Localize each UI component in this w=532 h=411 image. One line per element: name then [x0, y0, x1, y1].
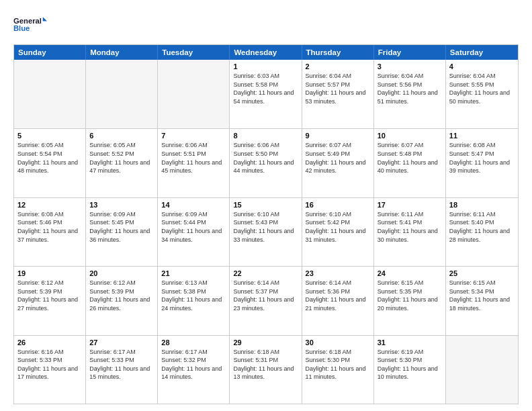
- day-number: 10: [378, 132, 442, 140]
- day-number: 7: [161, 132, 226, 140]
- day-number: 15: [233, 201, 298, 209]
- day-10: 10 Sunrise: 6:07 AMSunset: 5:48 PMDaylig…: [374, 129, 446, 197]
- day-number: 26: [17, 338, 82, 347]
- sun-info: Sunrise: 6:10 AMSunset: 5:43 PMDaylight:…: [233, 210, 298, 244]
- sun-info: Sunrise: 6:12 AMSunset: 5:39 PMDaylight:…: [89, 279, 154, 312]
- sun-info: Sunrise: 6:11 AMSunset: 5:40 PMDaylight:…: [449, 210, 515, 244]
- day-number: 5: [17, 132, 82, 140]
- calendar-header: SundayMondayTuesdayWednesdayThursdayFrid…: [14, 45, 518, 60]
- sun-info: Sunrise: 6:15 AMSunset: 5:34 PMDaylight:…: [449, 279, 515, 312]
- sun-info: Sunrise: 6:07 AMSunset: 5:49 PMDaylight:…: [306, 141, 370, 175]
- day-number: 6: [89, 132, 154, 140]
- day-number: 23: [306, 269, 370, 277]
- calendar-row-5: 26 Sunrise: 6:16 AMSunset: 5:33 PMDaylig…: [14, 335, 518, 404]
- sun-info: Sunrise: 6:16 AMSunset: 5:33 PMDaylight:…: [17, 348, 82, 381]
- sun-info: Sunrise: 6:10 AMSunset: 5:42 PMDaylight:…: [306, 210, 370, 244]
- day-24: 24 Sunrise: 6:15 AMSunset: 5:35 PMDaylig…: [374, 267, 446, 334]
- sun-info: Sunrise: 6:11 AMSunset: 5:41 PMDaylight:…: [378, 210, 442, 244]
- header-cell-tuesday: Tuesday: [158, 45, 230, 60]
- day-9: 9 Sunrise: 6:07 AMSunset: 5:49 PMDayligh…: [302, 129, 374, 197]
- day-3: 3 Sunrise: 6:04 AMSunset: 5:56 PMDayligh…: [374, 60, 446, 128]
- day-30: 30 Sunrise: 6:18 AMSunset: 5:30 PMDaylig…: [302, 336, 374, 404]
- sun-info: Sunrise: 6:15 AMSunset: 5:35 PMDaylight:…: [378, 279, 442, 312]
- logo: General Blue: [13, 12, 47, 38]
- empty-cell-0-1: [86, 60, 158, 128]
- svg-text:General: General: [13, 17, 42, 25]
- day-31: 31 Sunrise: 6:19 AMSunset: 5:30 PMDaylig…: [374, 336, 446, 404]
- day-number: 20: [89, 269, 154, 277]
- header-cell-wednesday: Wednesday: [230, 45, 302, 60]
- day-22: 22 Sunrise: 6:14 AMSunset: 5:37 PMDaylig…: [230, 267, 302, 334]
- sun-info: Sunrise: 6:07 AMSunset: 5:48 PMDaylight:…: [378, 141, 442, 175]
- day-number: 13: [89, 201, 154, 209]
- header-cell-monday: Monday: [86, 45, 158, 60]
- sun-info: Sunrise: 6:19 AMSunset: 5:30 PMDaylight:…: [378, 348, 442, 381]
- day-2: 2 Sunrise: 6:04 AMSunset: 5:57 PMDayligh…: [302, 60, 374, 128]
- sun-info: Sunrise: 6:08 AMSunset: 5:47 PMDaylight:…: [449, 141, 515, 175]
- header-cell-friday: Friday: [374, 45, 446, 60]
- calendar-row-4: 19 Sunrise: 6:12 AMSunset: 5:39 PMDaylig…: [14, 266, 518, 334]
- sun-info: Sunrise: 6:18 AMSunset: 5:30 PMDaylight:…: [306, 348, 370, 381]
- day-15: 15 Sunrise: 6:10 AMSunset: 5:43 PMDaylig…: [230, 198, 302, 266]
- day-25: 25 Sunrise: 6:15 AMSunset: 5:34 PMDaylig…: [446, 267, 518, 334]
- page-header: General Blue: [13, 12, 519, 38]
- day-number: 17: [378, 201, 442, 209]
- calendar-row-1: 1 Sunrise: 6:03 AMSunset: 5:58 PMDayligh…: [14, 60, 518, 128]
- svg-marker-2: [43, 17, 47, 21]
- empty-cell-4-6: [446, 336, 518, 404]
- sun-info: Sunrise: 6:17 AMSunset: 5:33 PMDaylight:…: [89, 348, 154, 381]
- day-number: 1: [233, 62, 298, 71]
- logo-icon: General Blue: [13, 12, 47, 38]
- day-20: 20 Sunrise: 6:12 AMSunset: 5:39 PMDaylig…: [86, 267, 158, 334]
- sun-info: Sunrise: 6:04 AMSunset: 5:57 PMDaylight:…: [306, 72, 370, 105]
- sun-info: Sunrise: 6:13 AMSunset: 5:38 PMDaylight:…: [161, 279, 226, 312]
- day-number: 30: [306, 338, 370, 347]
- day-13: 13 Sunrise: 6:09 AMSunset: 5:45 PMDaylig…: [86, 198, 158, 266]
- sun-info: Sunrise: 6:09 AMSunset: 5:44 PMDaylight:…: [161, 210, 226, 244]
- day-number: 16: [306, 201, 370, 209]
- calendar-page: General Blue SundayMondayTuesdayWednesda…: [0, 0, 532, 411]
- day-number: 31: [378, 338, 442, 347]
- day-17: 17 Sunrise: 6:11 AMSunset: 5:41 PMDaylig…: [374, 198, 446, 266]
- header-cell-thursday: Thursday: [302, 45, 374, 60]
- day-23: 23 Sunrise: 6:14 AMSunset: 5:36 PMDaylig…: [302, 267, 374, 334]
- day-number: 9: [306, 132, 370, 140]
- sun-info: Sunrise: 6:18 AMSunset: 5:31 PMDaylight:…: [233, 348, 298, 381]
- day-6: 6 Sunrise: 6:05 AMSunset: 5:52 PMDayligh…: [86, 129, 158, 197]
- sun-info: Sunrise: 6:17 AMSunset: 5:32 PMDaylight:…: [161, 348, 226, 381]
- day-1: 1 Sunrise: 6:03 AMSunset: 5:58 PMDayligh…: [230, 60, 302, 128]
- day-number: 4: [449, 62, 515, 71]
- header-cell-saturday: Saturday: [446, 45, 518, 60]
- day-number: 27: [89, 338, 154, 347]
- day-number: 25: [449, 269, 515, 277]
- calendar-row-2: 5 Sunrise: 6:05 AMSunset: 5:54 PMDayligh…: [14, 128, 518, 197]
- day-28: 28 Sunrise: 6:17 AMSunset: 5:32 PMDaylig…: [158, 336, 230, 404]
- sun-info: Sunrise: 6:08 AMSunset: 5:46 PMDaylight:…: [17, 210, 82, 244]
- sun-info: Sunrise: 6:06 AMSunset: 5:50 PMDaylight:…: [233, 141, 298, 175]
- sun-info: Sunrise: 6:03 AMSunset: 5:58 PMDaylight:…: [233, 72, 298, 105]
- day-number: 29: [233, 338, 298, 347]
- sun-info: Sunrise: 6:14 AMSunset: 5:36 PMDaylight:…: [306, 279, 370, 312]
- day-27: 27 Sunrise: 6:17 AMSunset: 5:33 PMDaylig…: [86, 336, 158, 404]
- day-11: 11 Sunrise: 6:08 AMSunset: 5:47 PMDaylig…: [446, 129, 518, 197]
- day-16: 16 Sunrise: 6:10 AMSunset: 5:42 PMDaylig…: [302, 198, 374, 266]
- day-4: 4 Sunrise: 6:04 AMSunset: 5:55 PMDayligh…: [446, 60, 518, 128]
- day-14: 14 Sunrise: 6:09 AMSunset: 5:44 PMDaylig…: [158, 198, 230, 266]
- sun-info: Sunrise: 6:06 AMSunset: 5:51 PMDaylight:…: [161, 141, 226, 175]
- sun-info: Sunrise: 6:04 AMSunset: 5:56 PMDaylight:…: [378, 72, 442, 105]
- calendar-body: 1 Sunrise: 6:03 AMSunset: 5:58 PMDayligh…: [14, 60, 518, 404]
- day-19: 19 Sunrise: 6:12 AMSunset: 5:39 PMDaylig…: [14, 267, 86, 334]
- day-number: 19: [17, 269, 82, 277]
- day-number: 22: [233, 269, 298, 277]
- sun-info: Sunrise: 6:12 AMSunset: 5:39 PMDaylight:…: [17, 279, 82, 312]
- day-12: 12 Sunrise: 6:08 AMSunset: 5:46 PMDaylig…: [14, 198, 86, 266]
- day-number: 11: [449, 132, 515, 140]
- day-21: 21 Sunrise: 6:13 AMSunset: 5:38 PMDaylig…: [158, 267, 230, 334]
- day-number: 28: [161, 338, 226, 347]
- day-number: 2: [306, 62, 370, 71]
- day-number: 3: [378, 62, 442, 71]
- svg-text:Blue: Blue: [13, 24, 30, 32]
- day-number: 12: [17, 201, 82, 209]
- sun-info: Sunrise: 6:14 AMSunset: 5:37 PMDaylight:…: [233, 279, 298, 312]
- sun-info: Sunrise: 6:04 AMSunset: 5:55 PMDaylight:…: [449, 72, 515, 105]
